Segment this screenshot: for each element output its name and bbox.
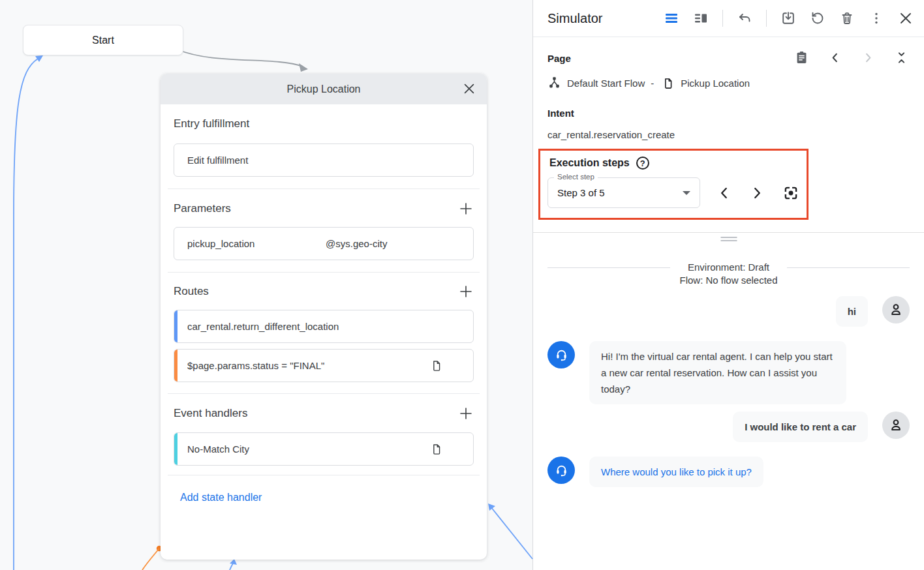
flow-canvas[interactable]: Start Pickup Location Entry fulfillment … <box>0 0 533 570</box>
route-label: car_rental.return_different_location <box>187 321 339 332</box>
parameter-entity: @sys.geo-city <box>326 238 387 249</box>
breadcrumb: Default Start Flow - Pickup Location <box>547 76 910 90</box>
breadcrumb-page-name[interactable]: Pickup Location <box>681 78 750 89</box>
copy-page-info-icon[interactable] <box>794 50 810 66</box>
save-conversation-icon[interactable] <box>780 10 796 26</box>
user-message-bubble: I would like to rent a car <box>733 412 868 442</box>
section-divider <box>168 188 480 189</box>
parameter-row[interactable]: pickup_location @sys.geo-city <box>174 227 474 260</box>
reset-icon[interactable] <box>810 10 825 26</box>
routes-heading: Routes <box>174 285 209 298</box>
focus-step-icon[interactable] <box>782 185 799 202</box>
route-row[interactable]: car_rental.return_different_location <box>174 310 474 343</box>
edit-fulfillment-label: Edit fulfillment <box>187 155 248 166</box>
add-event-handler-icon[interactable] <box>458 406 474 421</box>
step-previous-icon[interactable] <box>716 185 733 202</box>
resize-grip[interactable] <box>720 237 737 243</box>
app-root: Start Pickup Location Entry fulfillment … <box>0 0 924 570</box>
flow-status-label: Flow: No flow selected <box>679 274 777 287</box>
divider-line <box>547 267 670 268</box>
user-avatar <box>882 296 910 323</box>
page-editor-body: Entry fulfillment Edit fulfillment Param… <box>161 117 487 503</box>
simulator-state-section: Page <box>533 37 924 220</box>
intent-heading: Intent <box>547 108 910 119</box>
parameters-heading: Parameters <box>174 202 231 215</box>
section-divider <box>168 272 480 273</box>
section-divider <box>168 475 480 475</box>
event-handlers-heading: Event handlers <box>174 407 247 420</box>
page-editor-title: Pickup Location <box>161 83 487 95</box>
step-next-icon[interactable] <box>748 185 765 202</box>
toolbar-divider <box>722 10 723 27</box>
collapse-section-icon[interactable] <box>894 50 910 66</box>
environment-header: Environment: Draft Flow: No flow selecte… <box>547 261 910 287</box>
add-route-icon[interactable] <box>458 284 474 299</box>
start-node[interactable]: Start <box>23 25 183 55</box>
page-editor-header: Pickup Location <box>161 74 487 104</box>
agent-message-row: Hi! I'm the virtual car rental agent. I … <box>547 341 910 404</box>
event-handler-color-bar <box>174 433 177 465</box>
step-select-dropdown[interactable]: Select step Step 3 of 5 <box>547 177 700 208</box>
agent-message-bubble: Where would you like to pick it up? <box>589 457 763 487</box>
page-target-icon <box>430 359 443 372</box>
route-color-bar <box>174 350 177 382</box>
route-label: $page.params.status = "FINAL" <box>187 360 324 371</box>
panel-resize-divider <box>533 232 924 243</box>
breadcrumb-separator: - <box>651 78 654 89</box>
step-select-value: Step 3 of 5 <box>557 187 605 198</box>
more-options-icon[interactable] <box>869 10 884 26</box>
page-heading: Page <box>547 53 571 64</box>
user-message-row: hi <box>547 296 910 327</box>
flow-icon <box>547 76 561 90</box>
agent-avatar <box>547 457 575 484</box>
divider-line <box>787 267 910 268</box>
page-target-icon <box>430 443 443 456</box>
event-handler-row[interactable]: No-Match City <box>174 432 474 466</box>
dropdown-caret-icon <box>683 191 690 195</box>
route-color-bar <box>174 310 177 342</box>
simulator-toolbar <box>664 10 914 27</box>
user-message-row: I would like to rent a car <box>547 412 910 442</box>
split-view-icon[interactable] <box>693 10 709 26</box>
previous-step-icon[interactable] <box>827 50 843 66</box>
simulator-header: Simulator <box>533 0 924 37</box>
step-select-label: Select step <box>554 173 598 181</box>
start-node-label: Start <box>92 35 114 46</box>
next-step-icon[interactable] <box>861 50 876 66</box>
help-icon[interactable]: ? <box>636 157 649 170</box>
delete-icon[interactable] <box>839 10 855 26</box>
section-divider <box>168 393 480 394</box>
agent-message-bubble: Hi! I'm the virtual car rental agent. I … <box>589 341 846 404</box>
entry-fulfillment-heading: Entry fulfillment <box>174 117 249 130</box>
edit-fulfillment-button[interactable]: Edit fulfillment <box>174 143 474 177</box>
breadcrumb-flow-name[interactable]: Default Start Flow <box>567 78 645 89</box>
event-handler-label: No-Match City <box>187 443 249 455</box>
execution-steps-heading: Execution steps <box>549 157 630 169</box>
environment-label: Environment: Draft <box>679 261 777 274</box>
agent-message-row: Where would you like to pick it up? <box>547 457 910 487</box>
close-icon[interactable] <box>462 82 476 96</box>
undo-icon[interactable] <box>737 10 752 26</box>
consolidated-messages-icon[interactable] <box>664 10 679 26</box>
add-parameter-icon[interactable] <box>458 201 474 217</box>
add-state-handler-link[interactable]: Add state handler <box>180 492 262 503</box>
conversation-area: Environment: Draft Flow: No flow selecte… <box>533 243 924 570</box>
agent-avatar <box>547 341 575 368</box>
page-icon <box>662 77 675 90</box>
route-row[interactable]: $page.params.status = "FINAL" <box>174 349 474 382</box>
simulator-title: Simulator <box>547 11 602 26</box>
user-avatar <box>882 412 910 439</box>
parameter-name: pickup_location <box>187 238 326 249</box>
toolbar-divider <box>766 10 767 27</box>
close-simulator-icon[interactable] <box>898 10 914 26</box>
simulator-panel: Simulator <box>533 0 924 570</box>
page-editor-panel: Pickup Location Entry fulfillment Edit f… <box>161 74 487 560</box>
execution-steps-highlight-box: Execution steps ? Select step Step 3 of … <box>538 149 808 220</box>
user-message-bubble: hi <box>836 296 868 327</box>
intent-value: car_rental.reservation_create <box>547 129 910 140</box>
